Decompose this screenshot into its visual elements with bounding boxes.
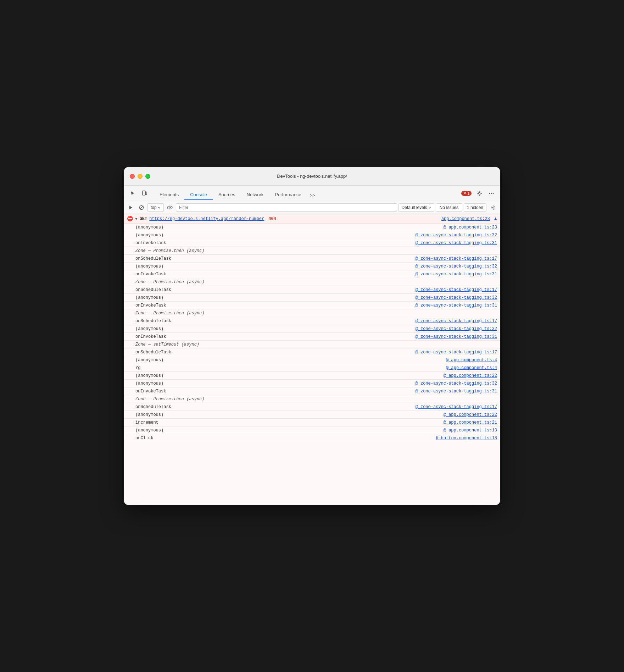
stack-location[interactable]: @ zone-async-stack-tagging.ts:17 — [416, 404, 497, 409]
minimize-button[interactable] — [138, 174, 143, 179]
stack-location[interactable]: @ zone-async-stack-tagging.ts:32 — [416, 264, 497, 269]
tab-performance[interactable]: Performance — [269, 190, 307, 200]
console-toolbar: top Default levels No Issues — [124, 201, 500, 214]
async-separator: Zone — Promise.then (async) — [124, 278, 500, 286]
svg-point-10 — [169, 207, 171, 208]
stack-frame-row: (anonymous)@ zone-async-stack-tagging.ts… — [124, 231, 500, 239]
stack-location[interactable]: @ zone-async-stack-tagging.ts:17 — [416, 256, 497, 261]
levels-dropdown[interactable]: Default levels — [399, 203, 434, 212]
stack-location[interactable]: @ app.component.ts:13 — [444, 428, 497, 433]
stack-location[interactable]: @ zone-async-stack-tagging.ts:32 — [416, 381, 497, 386]
stack-fn-name: (anonymous) — [135, 295, 206, 300]
stack-location[interactable]: @ button.component.ts:18 — [436, 436, 497, 441]
stack-location[interactable]: @ zone-async-stack-tagging.ts:17 — [416, 287, 497, 292]
clear-button[interactable] — [137, 203, 146, 212]
stack-frame-row: (anonymous)@ zone-async-stack-tagging.ts… — [124, 294, 500, 302]
upload-icon[interactable]: ▲ — [494, 216, 497, 222]
stack-location[interactable]: @ zone-async-stack-tagging.ts:31 — [416, 334, 497, 339]
tab-console[interactable]: Console — [184, 190, 213, 200]
stack-fn-name: onScheduleTask — [135, 256, 206, 261]
maximize-button[interactable] — [145, 174, 150, 179]
tab-network[interactable]: Network — [241, 190, 269, 200]
stack-fn-name: onInvokeTask — [135, 303, 206, 308]
stack-fn-name: (anonymous) — [135, 373, 206, 378]
cursor-tool-button[interactable] — [127, 188, 138, 198]
stack-fn-name: onScheduleTask — [135, 404, 206, 409]
tab-sources[interactable]: Sources — [213, 190, 241, 200]
stack-frame-row: (anonymous)@ app.component.ts:13 — [124, 426, 500, 434]
stack-location[interactable]: @ app.component.ts:22 — [444, 412, 497, 417]
mobile-icon — [142, 191, 147, 196]
stack-fn-name: (anonymous) — [135, 358, 206, 363]
stack-fn-name: (anonymous) — [135, 233, 206, 238]
window-body: Elements Console Sources Network Perform… — [124, 186, 500, 505]
settings-button[interactable] — [474, 188, 485, 198]
stack-frame-row: (anonymous)@ zone-async-stack-tagging.ts… — [124, 325, 500, 333]
svg-rect-0 — [143, 191, 145, 195]
stack-frame-row: onScheduleTask@ zone-async-stack-tagging… — [124, 317, 500, 325]
console-output: ⛔ ▼ GET https://ng-devtools.netlify.app/… — [124, 214, 500, 505]
stack-location[interactable]: @ zone-async-stack-tagging.ts:17 — [416, 350, 497, 355]
stack-location[interactable]: @ zone-async-stack-tagging.ts:32 — [416, 295, 497, 300]
stack-fn-name: onInvokeTask — [135, 334, 206, 339]
stack-location[interactable]: @ zone-async-stack-tagging.ts:31 — [416, 272, 497, 277]
stack-fn-name: onInvokeTask — [135, 389, 206, 394]
eye-button[interactable] — [165, 203, 174, 212]
error-code: 404 — [268, 216, 276, 221]
tab-bar: Elements Console Sources Network Perform… — [151, 187, 461, 200]
stack-location[interactable]: @ app.component.ts:4 — [446, 358, 497, 363]
levels-label: Default levels — [402, 205, 427, 210]
stack-frame-row: onInvokeTask@ zone-async-stack-tagging.t… — [124, 302, 500, 309]
issues-button[interactable]: No Issues — [436, 203, 462, 212]
error-location[interactable]: app.component.ts:23 — [441, 216, 490, 221]
error-entry: ⛔ ▼ GET https://ng-devtools.netlify.app/… — [124, 214, 500, 224]
console-settings-button[interactable] — [489, 203, 498, 212]
eye-icon — [167, 205, 173, 210]
device-toolbar-button[interactable] — [139, 188, 150, 198]
stack-frame-row: (anonymous)@ app.component.ts:4 — [124, 356, 500, 364]
close-button[interactable] — [130, 174, 135, 179]
stack-location[interactable]: @ app.component.ts:23 — [444, 225, 497, 230]
more-options-button[interactable] — [486, 188, 497, 198]
stack-frames-container: (anonymous)@ app.component.ts:23(anonymo… — [124, 224, 500, 442]
hidden-button[interactable]: 1 hidden — [464, 203, 486, 212]
stack-frame-row: (anonymous)@ app.component.ts:22 — [124, 372, 500, 380]
chevron-down-icon — [158, 206, 161, 209]
svg-rect-1 — [146, 192, 147, 195]
more-tabs-button[interactable]: >> — [307, 191, 318, 200]
async-separator: Zone — Promise.then (async) — [124, 395, 500, 403]
stack-location[interactable]: @ zone-async-stack-tagging.ts:31 — [416, 303, 497, 308]
stack-frame-row: onInvokeTask@ zone-async-stack-tagging.t… — [124, 333, 500, 341]
filter-input[interactable] — [176, 203, 397, 212]
stack-fn-name: Yg — [135, 365, 206, 370]
stack-location[interactable]: @ zone-async-stack-tagging.ts:17 — [416, 319, 497, 324]
async-separator: Zone — Promise.then (async) — [124, 247, 500, 255]
tab-elements[interactable]: Elements — [154, 190, 184, 200]
stack-fn-name: onScheduleTask — [135, 287, 206, 292]
stack-location[interactable]: @ zone-async-stack-tagging.ts:32 — [416, 326, 497, 331]
async-separator: Zone — setTimeout (async) — [124, 341, 500, 348]
cursor-icon — [130, 191, 135, 196]
stack-location[interactable]: @ zone-async-stack-tagging.ts:32 — [416, 233, 497, 238]
stack-fn-name: onInvokeTask — [135, 241, 206, 246]
stack-frame-row: (anonymous)@ zone-async-stack-tagging.ts… — [124, 380, 500, 387]
stack-location[interactable]: @ app.component.ts:22 — [444, 373, 497, 378]
context-selector[interactable]: top — [147, 203, 164, 212]
stack-location[interactable]: @ app.component.ts:21 — [444, 420, 497, 425]
run-button[interactable] — [126, 203, 135, 212]
stack-fn-name: (anonymous) — [135, 264, 206, 269]
stack-location[interactable]: @ zone-async-stack-tagging.ts:31 — [416, 241, 497, 246]
error-url[interactable]: https://ng-devtools.netlify.app/random-n… — [149, 216, 264, 221]
context-label: top — [151, 205, 157, 210]
error-badge[interactable]: ✕ 1 — [461, 191, 472, 196]
expand-arrow-icon[interactable]: ▼ — [135, 217, 138, 221]
svg-line-8 — [140, 206, 143, 209]
stack-fn-name: increment — [135, 420, 206, 425]
error-method: GET — [140, 216, 147, 221]
svg-point-4 — [491, 193, 492, 194]
stack-fn-name: (anonymous) — [135, 381, 206, 386]
stack-frame-row: onScheduleTask@ zone-async-stack-tagging… — [124, 286, 500, 294]
stack-location[interactable]: @ zone-async-stack-tagging.ts:31 — [416, 389, 497, 394]
stack-location[interactable]: @ app.component.ts:4 — [446, 365, 497, 370]
stack-fn-name: onInvokeTask — [135, 272, 206, 277]
